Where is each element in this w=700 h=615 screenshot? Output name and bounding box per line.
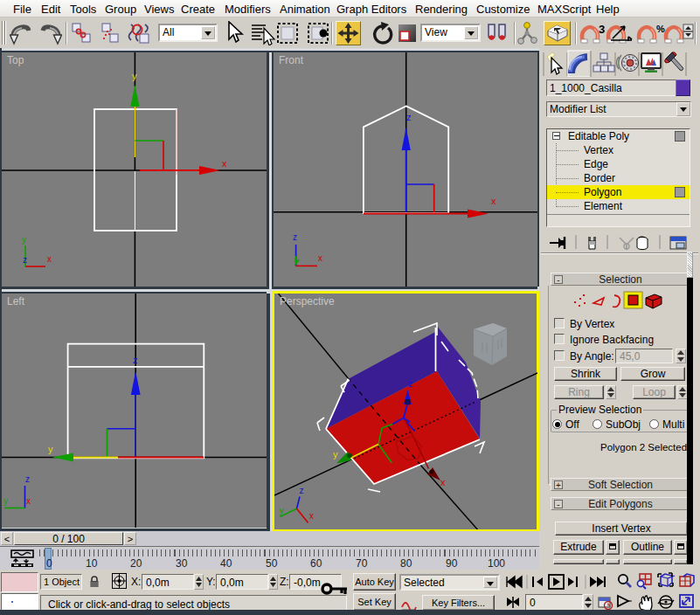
svg-text:y: y xyxy=(48,444,53,454)
svg-text:x: x xyxy=(222,158,227,169)
svg-text:x: x xyxy=(440,477,446,487)
svg-text:%: % xyxy=(656,24,665,34)
svg-text:y: y xyxy=(333,449,338,460)
svg-text:z: z xyxy=(133,355,138,365)
svg-text:z: z xyxy=(408,378,413,389)
svg-text:x: x xyxy=(26,496,31,506)
svg-text:y: y xyxy=(280,506,284,515)
svg-text:y: y xyxy=(3,496,8,506)
svg-text:x: x xyxy=(318,253,322,263)
svg-text:z: z xyxy=(23,255,27,265)
svg-text:z: z xyxy=(25,474,30,484)
svg-text:y: y xyxy=(22,235,26,245)
svg-text:z: z xyxy=(293,232,297,242)
svg-text:x: x xyxy=(491,196,496,206)
svg-text:z: z xyxy=(300,486,304,495)
svg-text:x: x xyxy=(309,511,314,521)
svg-text:x: x xyxy=(47,254,52,264)
svg-text:y: y xyxy=(132,71,137,81)
svg-text:3: 3 xyxy=(599,23,605,36)
svg-text:z: z xyxy=(406,112,412,122)
